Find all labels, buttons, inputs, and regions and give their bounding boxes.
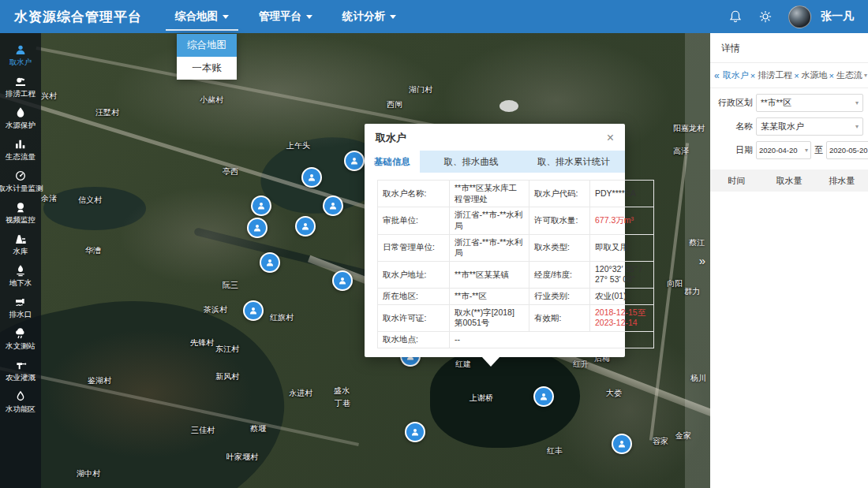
field-label: 取水类型: xyxy=(529,234,590,261)
name-row: 名称 某某取水户 ▾ xyxy=(715,117,863,136)
sidebar-item-label: 水库 xyxy=(13,247,28,257)
water-user-marker[interactable] xyxy=(301,167,322,188)
col-time: 时间 xyxy=(710,175,763,187)
water-user-marker[interactable] xyxy=(295,216,316,237)
map-place-label: 永进村 xyxy=(289,388,312,399)
map-place-label: 上午头 xyxy=(286,140,310,151)
source-icon xyxy=(14,106,27,119)
meter-icon xyxy=(14,169,27,182)
water-user-marker[interactable] xyxy=(323,196,343,216)
close-icon[interactable]: × xyxy=(607,132,614,144)
user-icon xyxy=(539,392,548,401)
sidebar-item-label: 排水口 xyxy=(9,310,32,320)
field-value: 2018-12-15至 2023-12-14 xyxy=(590,304,654,331)
water-user-marker[interactable] xyxy=(612,434,632,454)
sidebar-item-pump[interactable]: 排涝工程 xyxy=(6,75,36,99)
sidebar-item-outlet[interactable]: 排水口 xyxy=(9,296,32,320)
gear-icon[interactable] xyxy=(758,9,773,24)
sidebar-item-reservoir[interactable]: 水库 xyxy=(13,233,28,257)
field-value: 677.3万m³ xyxy=(590,207,654,234)
water-user-marker[interactable] xyxy=(251,196,271,216)
panel-tab-1[interactable]: 取水户× xyxy=(723,69,755,81)
panel-tab-3[interactable]: 水源地× xyxy=(802,69,834,81)
panel-tab-label: 排涝工程 xyxy=(758,69,792,81)
modal-tab-1[interactable]: 基础信息 xyxy=(365,151,420,173)
panel-tab-4[interactable]: 生态流▾ xyxy=(836,69,867,81)
table-row: 取水户地址:**市**区某某镇经度/纬度:120°32′ 35″ / 27° 5… xyxy=(378,261,654,288)
panel-tab-2[interactable]: 排涝工程× xyxy=(758,69,799,81)
dropdown-item[interactable]: 一本账 xyxy=(177,57,237,80)
field-value: 农业(01) xyxy=(590,289,654,305)
user-icon xyxy=(328,201,338,210)
panel-edge-strip xyxy=(685,33,710,488)
nav-item-2[interactable]: 管理平台 xyxy=(257,0,314,33)
water-user-marker[interactable] xyxy=(260,252,280,273)
reservoir-icon xyxy=(14,233,27,245)
sidebar-item-camera[interactable]: 视频监控 xyxy=(6,201,36,225)
nav-item-1[interactable]: 综合地图 xyxy=(174,0,230,33)
sidebar-item-groundwater[interactable]: 地下水 xyxy=(9,264,32,289)
avatar[interactable] xyxy=(788,6,811,28)
date-to-select[interactable]: 2020-05-20 ▾ xyxy=(826,141,868,159)
nav-item-3[interactable]: 统计分析 xyxy=(341,0,398,33)
close-icon[interactable]: × xyxy=(750,71,755,80)
user-icon xyxy=(350,156,359,166)
map-place-label: 茶浜村 xyxy=(204,304,227,315)
sidebar-item-source[interactable]: 水源保护 xyxy=(6,106,36,131)
chevron-down-icon: ▾ xyxy=(805,147,808,154)
col-intake: 取水量 xyxy=(763,175,816,187)
water-user-marker[interactable] xyxy=(247,218,268,238)
username[interactable]: 张一凡 xyxy=(821,9,854,24)
basic-info-table: 取水户名称:**市**区某水库工程管理处取水户代码:PDY****SA审批单位:… xyxy=(377,180,654,348)
sidebar-item-label: 地下水 xyxy=(9,278,32,289)
region-select[interactable]: **市**区 ▾ xyxy=(756,94,863,112)
chevron-down-icon xyxy=(223,15,229,22)
map-place-label: 湖中村 xyxy=(77,468,100,479)
bell-icon[interactable] xyxy=(728,9,743,24)
close-icon[interactable]: × xyxy=(794,71,799,80)
name-select[interactable]: 某某取水户 ▾ xyxy=(756,117,863,136)
water-user-marker[interactable] xyxy=(405,422,425,442)
map-place-label: 新风村 xyxy=(215,371,239,382)
map-place-label: 东江村 xyxy=(215,344,239,355)
nav-item-label: 管理平台 xyxy=(259,9,301,24)
map-place-label: 三佳村 xyxy=(191,425,215,436)
close-icon[interactable]: × xyxy=(829,71,834,80)
sidebar-item-flow[interactable]: 生态流量 xyxy=(6,138,36,162)
field-label: 取水地点: xyxy=(378,332,450,348)
water-user-marker[interactable] xyxy=(344,151,365,171)
map-place-label: 丁巷 xyxy=(335,398,350,409)
water-user-marker[interactable] xyxy=(332,270,353,291)
pump-icon xyxy=(14,75,27,88)
collapse-left-icon[interactable]: « xyxy=(714,70,720,81)
sidebar-item-label: 取水户 xyxy=(9,58,32,68)
date-from-select[interactable]: 2020-04-20 ▾ xyxy=(756,141,811,159)
sidebar-item-zone[interactable]: 水功能区 xyxy=(6,390,36,415)
date-label: 日期 xyxy=(715,144,753,156)
sidebar-item-irrigation[interactable]: 农业灌溉 xyxy=(6,359,36,383)
map-place-label: 向阳 xyxy=(667,278,683,289)
map-place-label: 容家 xyxy=(653,436,668,447)
water-user-marker[interactable] xyxy=(243,300,264,321)
result-table-header: 时间 取水量 排水量 xyxy=(710,169,868,192)
field-label: 取水户名称: xyxy=(378,181,450,207)
sidebar-item-station[interactable]: 水文测站 xyxy=(6,327,36,352)
modal-tab-2[interactable]: 取、排水曲线 xyxy=(420,151,522,173)
layer-sidebar: 取水户排涝工程水源保护生态流量取水计量监测视频监控水库地下水排水口水文测站农业灌… xyxy=(0,33,41,488)
map-place-label: 红建 xyxy=(455,359,471,370)
map-place-label: 红旗村 xyxy=(270,312,294,323)
sidebar-item-meter[interactable]: 取水计量监测 xyxy=(0,169,43,194)
map-place-label: 湖门村 xyxy=(409,84,432,95)
water-user-marker[interactable] xyxy=(533,386,554,407)
modal-tab-3[interactable]: 取、排水累计统计 xyxy=(522,151,625,173)
panel-tab-label: 水源地 xyxy=(802,69,828,81)
field-label: 经度/纬度: xyxy=(529,261,590,288)
station-icon xyxy=(14,327,27,340)
panel-tab-label: 生态流 xyxy=(836,69,862,81)
dropdown-item[interactable]: 综合地图 xyxy=(177,34,237,57)
sidebar-item-user[interactable]: 取水户 xyxy=(9,43,32,68)
panel-collapse-arrow[interactable]: » xyxy=(699,254,705,267)
field-value: 浙江省-**市-**水利局 xyxy=(450,207,529,234)
col-drainage: 排水量 xyxy=(815,175,868,187)
map-place-label: 亭西 xyxy=(223,166,238,177)
